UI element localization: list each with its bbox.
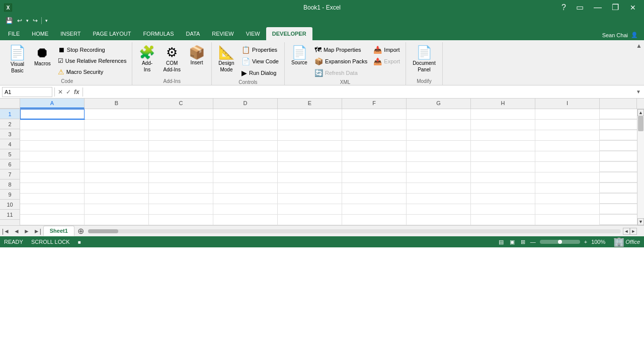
add-sheet-button[interactable]: ⊕ — [75, 226, 86, 236]
minimize-button[interactable]: — — [591, 3, 605, 13]
col-header-A[interactable]: A — [20, 99, 85, 109]
cell-C9[interactable] — [149, 194, 213, 204]
cell-D3[interactable] — [213, 130, 278, 140]
cell-I9[interactable] — [535, 194, 600, 204]
ribbon-display-button[interactable]: ▭ — [573, 3, 587, 13]
cell-G4[interactable] — [407, 141, 471, 151]
cell-C8[interactable] — [149, 183, 213, 193]
close-button[interactable]: ✕ — [626, 3, 640, 13]
cell-B4[interactable] — [85, 141, 149, 151]
redo-button[interactable]: ↪ — [31, 16, 39, 25]
cell-A3[interactable] — [20, 130, 85, 140]
cell-D7[interactable] — [213, 172, 278, 183]
formula-fx-button[interactable]: fx — [73, 88, 80, 96]
cell-I11[interactable] — [535, 215, 600, 225]
run-dialog-button[interactable]: ▶ Run Dialog — [239, 67, 281, 78]
cell-A9[interactable] — [20, 194, 85, 204]
cell-I8[interactable] — [535, 183, 600, 193]
cell-G2[interactable] — [407, 120, 471, 130]
cell-H3[interactable] — [471, 130, 535, 140]
cell-I7[interactable] — [535, 172, 600, 183]
cell-H9[interactable] — [471, 194, 535, 204]
cell-H10[interactable] — [471, 204, 535, 214]
visual-basic-button[interactable]: 📄 VisualBasic — [5, 43, 30, 76]
cell-D5[interactable] — [213, 151, 278, 161]
cell-E6[interactable] — [278, 162, 342, 172]
cell-A5[interactable] — [20, 151, 85, 161]
map-properties-button[interactable]: 🗺 Map Properties — [312, 44, 370, 55]
cell-E2[interactable] — [278, 120, 342, 130]
save-qat-button[interactable]: 💾 — [4, 16, 15, 25]
undo-dropdown-button[interactable]: ▾ — [25, 17, 30, 24]
cell-H7[interactable] — [471, 172, 535, 183]
cell-C4[interactable] — [149, 141, 213, 151]
cell-A4[interactable] — [20, 141, 85, 151]
cell-E7[interactable] — [278, 172, 342, 183]
cell-G7[interactable] — [407, 172, 471, 183]
cell-F8[interactable] — [342, 183, 407, 193]
cell-B11[interactable] — [85, 215, 149, 225]
cell-F1[interactable] — [342, 109, 407, 119]
cell-F9[interactable] — [342, 194, 407, 204]
cell-F5[interactable] — [342, 151, 407, 161]
macros-button[interactable]: ⏺ Macros — [31, 43, 54, 69]
cell-I4[interactable] — [535, 141, 600, 151]
add-ins-button[interactable]: 🧩 Add-Ins — [135, 43, 158, 75]
tab-file[interactable]: FILE — [2, 27, 26, 40]
cell-A8[interactable] — [20, 183, 85, 193]
cell-D8[interactable] — [213, 183, 278, 193]
document-panel-button[interactable]: 📄 DocumentPanel — [409, 43, 439, 75]
cell-D1[interactable] — [213, 109, 278, 119]
sheet-last-button[interactable]: ►| — [32, 228, 43, 235]
cell-B9[interactable] — [85, 194, 149, 204]
restore-button[interactable]: ❐ — [609, 3, 622, 13]
cell-C1[interactable] — [149, 109, 213, 119]
h-scroll-left-button[interactable]: ◄ — [623, 228, 630, 235]
cell-C7[interactable] — [149, 172, 213, 183]
cell-D4[interactable] — [213, 141, 278, 151]
cell-H11[interactable] — [471, 215, 535, 225]
undo-button[interactable]: ↩ — [16, 16, 24, 25]
col-header-E[interactable]: E — [278, 99, 342, 109]
cell-B1[interactable] — [85, 109, 149, 119]
cell-E3[interactable] — [278, 130, 342, 140]
cell-H4[interactable] — [471, 141, 535, 151]
cell-F2[interactable] — [342, 120, 407, 130]
cell-C6[interactable] — [149, 162, 213, 172]
design-mode-button[interactable]: 📐 DesignMode — [215, 43, 238, 75]
formula-expand-button[interactable]: ▼ — [635, 89, 642, 95]
tab-home[interactable]: HOME — [26, 27, 54, 40]
cell-I1[interactable] — [535, 109, 600, 119]
cell-A6[interactable] — [20, 162, 85, 172]
tab-formulas[interactable]: FORMULAS — [137, 27, 180, 40]
col-header-C[interactable]: C — [149, 99, 213, 109]
cell-D2[interactable] — [213, 120, 278, 130]
zoom-slider[interactable] — [540, 240, 580, 244]
cell-A7[interactable] — [20, 172, 85, 183]
cell-F4[interactable] — [342, 141, 407, 151]
cell-G6[interactable] — [407, 162, 471, 172]
cell-F11[interactable] — [342, 215, 407, 225]
col-header-I[interactable]: I — [535, 99, 600, 109]
row-header-6[interactable]: 6 — [0, 159, 20, 169]
expansion-packs-button[interactable]: 📦 Expansion Packs — [312, 56, 370, 67]
cell-C3[interactable] — [149, 130, 213, 140]
cell-E8[interactable] — [278, 183, 342, 193]
cell-G5[interactable] — [407, 151, 471, 161]
cell-G10[interactable] — [407, 204, 471, 214]
cell-G8[interactable] — [407, 183, 471, 193]
cell-D11[interactable] — [213, 215, 278, 225]
row-header-5[interactable]: 5 — [0, 149, 20, 159]
insert-add-in-button[interactable]: 📦 Insert — [185, 43, 208, 68]
horizontal-scroll-thumb[interactable] — [88, 229, 118, 233]
cell-D10[interactable] — [213, 204, 278, 214]
scroll-track-vertical[interactable] — [637, 116, 644, 218]
cell-G11[interactable] — [407, 215, 471, 225]
formula-cancel-button[interactable]: ✕ — [57, 88, 64, 96]
cell-F7[interactable] — [342, 172, 407, 183]
corner-cell[interactable] — [0, 99, 20, 109]
tab-developer[interactable]: DEVELOPER — [266, 27, 312, 40]
cell-G1[interactable] — [407, 109, 471, 119]
cell-I2[interactable] — [535, 120, 600, 130]
row-header-7[interactable]: 7 — [0, 169, 20, 179]
